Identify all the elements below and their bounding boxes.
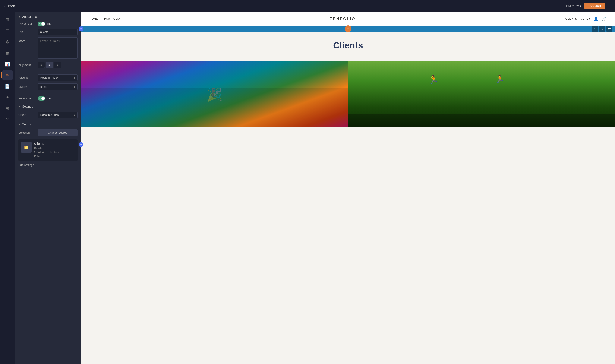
pages-icon: 📄 <box>5 84 10 89</box>
title-input-wrapper <box>38 29 78 35</box>
sidebar-item-analytics[interactable]: 📊 <box>2 59 13 69</box>
icon-sidebar: ⊞ 🖼 $ ▦ 📊 ✏ 📄 ✈ ⊞ ? <box>0 12 15 182</box>
order-row: Order Latest to Oldest <box>15 110 81 119</box>
align-right-button[interactable]: ≡ <box>54 62 61 68</box>
order-label: Order <box>18 113 36 117</box>
sidebar-item-apps[interactable]: ⊞ <box>2 103 13 114</box>
show-info-check-icon: ✓ <box>39 97 40 100</box>
padding-label: Padding <box>18 76 36 79</box>
back-button[interactable]: ← Back <box>3 4 15 8</box>
source-section-header[interactable]: ▼ Source <box>15 119 81 128</box>
add-section-bar: + ↑ ↓ 🗑 <box>81 26 308 32</box>
source-name: Clients <box>34 142 75 145</box>
gallery-icon: 🖼 <box>5 28 10 33</box>
settings-panel: ▼ Appearance Title & Text ✓ On Title Bod… <box>15 12 81 182</box>
show-info-toggle-container: ✓ On <box>38 96 51 101</box>
divider-label: Divider <box>18 85 36 88</box>
show-info-row: Show Info ✓ On <box>15 95 81 102</box>
change-source-label: Change Source <box>48 131 67 134</box>
divider-row: Divider None <box>15 82 81 91</box>
divider-select-wrapper: None <box>38 83 78 90</box>
edit-settings-button[interactable]: Edit Settings <box>18 163 34 167</box>
source-visibility: Public <box>34 154 75 158</box>
divider-2 <box>18 93 78 93</box>
help-icon: ? <box>6 117 9 122</box>
toggle-knob <box>41 22 45 26</box>
active-indicator <box>1 72 2 78</box>
dashboard-icon: ⊞ <box>6 17 9 22</box>
alignment-row: Alignment ≡ ≡ ≡ <box>15 60 81 69</box>
change-source-wrapper: Change Source <box>38 129 78 136</box>
back-arrow-icon: ← <box>3 4 7 8</box>
padding-row: Padding Medium - 40px <box>15 73 81 82</box>
align-left-button[interactable]: ≡ <box>38 62 45 68</box>
title-text-toggle-container: ✓ On <box>38 22 51 26</box>
toggle-check-icon: ✓ <box>39 22 40 25</box>
source-details-label: Details: <box>34 146 75 150</box>
show-info-label: Show Info <box>18 97 36 100</box>
nav-portfolio[interactable]: PORTFOLIO <box>104 17 120 20</box>
source-thumbnail: 📁 <box>21 142 32 153</box>
preview-area: HOME PORTFOLIO ZENFOLIO CLIENTS MORE ▾ 👤… <box>81 12 308 182</box>
order-select-wrapper: Latest to Oldest <box>38 112 78 118</box>
show-info-toggle-label: On <box>47 97 51 100</box>
title-text-toggle-label: On <box>47 22 51 26</box>
title-row: Title <box>15 27 81 37</box>
section-title: Clients <box>90 40 308 51</box>
source-galleries: 2 Galleries, 0 Folders <box>34 150 75 154</box>
pricing-icon: $ <box>6 39 9 44</box>
sidebar-item-gallery[interactable]: 🖼 <box>2 26 13 36</box>
sidebar-item-calendar[interactable]: ▦ <box>2 48 13 58</box>
gallery-item-1: 🎉 <box>81 61 308 128</box>
nav-brand: ZENFOLIO <box>120 17 308 21</box>
title-text-toggle[interactable]: ✓ <box>38 22 45 26</box>
appearance-section-header[interactable]: ▼ Appearance <box>15 12 81 21</box>
divider-select[interactable]: None <box>38 83 78 90</box>
top-bar: ← Back PREVIEW ▶ PUBLISH ⛶ <box>0 0 308 12</box>
sidebar-item-dashboard[interactable]: ⊞ <box>2 14 13 25</box>
sidebar-item-pages[interactable]: 📄 <box>2 81 13 91</box>
site-nav: HOME PORTFOLIO ZENFOLIO CLIENTS MORE ▾ 👤… <box>81 12 308 26</box>
nav-home[interactable]: HOME <box>90 17 98 20</box>
settings-section-header[interactable]: ▼ Settings <box>15 102 81 110</box>
appearance-chevron-icon: ▼ <box>18 16 21 18</box>
badge-8-label: 8 <box>80 27 82 30</box>
settings-label: Settings <box>22 105 33 108</box>
align-center-button[interactable]: ≡ <box>46 62 53 68</box>
body-row: Body <box>15 37 81 60</box>
content-section: Clients <box>81 32 308 61</box>
alignment-label: Alignment <box>18 64 36 67</box>
edit-settings-label: Edit Settings <box>18 163 34 167</box>
source-info: Clients Details: 2 Galleries, 0 Folders … <box>34 142 75 159</box>
show-info-toggle-knob <box>41 97 45 100</box>
sidebar-item-help[interactable]: ? <box>2 115 13 125</box>
alignment-buttons: ≡ ≡ ≡ <box>38 62 61 68</box>
show-info-toggle[interactable]: ✓ <box>38 96 45 101</box>
badge-9: 9 <box>79 142 83 147</box>
selection-row: Selection Change Source <box>15 128 81 137</box>
body-textarea[interactable] <box>38 37 78 59</box>
order-select[interactable]: Latest to Oldest <box>38 112 78 118</box>
sidebar-item-marketing[interactable]: ✈ <box>2 92 13 103</box>
top-bar-left: ← Back <box>3 4 15 8</box>
folder-icon: 📁 <box>24 145 29 150</box>
design-icon: ✏ <box>6 73 9 78</box>
selection-label: Selection <box>18 131 36 134</box>
title-text-row: Title & Text ✓ On <box>15 21 81 27</box>
nav-links-left: HOME PORTFOLIO <box>90 17 120 20</box>
badge-9-label: 9 <box>80 143 82 146</box>
source-chevron-icon: ▼ <box>18 123 21 126</box>
gallery-grid: 🎉 🏃 🏃 <box>81 61 308 128</box>
calendar-icon: ▦ <box>5 50 9 55</box>
change-source-button[interactable]: Change Source <box>38 129 78 136</box>
title-input[interactable] <box>38 29 78 35</box>
padding-select-wrapper: Medium - 40px <box>38 74 78 81</box>
color-run-image: 🎉 <box>81 61 308 128</box>
sidebar-item-pricing[interactable]: $ <box>2 37 13 47</box>
marketing-icon: ✈ <box>6 95 9 100</box>
sidebar-item-design[interactable]: ✏ <box>2 70 13 80</box>
title-text-label: Title & Text <box>18 22 36 26</box>
back-label: Back <box>8 4 15 8</box>
body-label: Body <box>18 37 36 60</box>
padding-select[interactable]: Medium - 40px <box>38 74 78 81</box>
